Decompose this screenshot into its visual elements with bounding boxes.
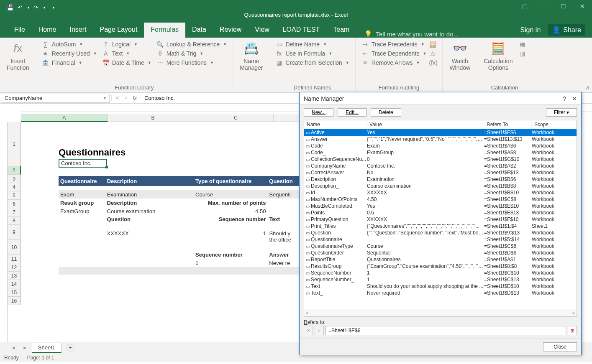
redo-icon[interactable]: ↷: [32, 3, 40, 12]
row-header[interactable]: 7: [8, 208, 21, 216]
row-header[interactable]: 3: [8, 175, 21, 183]
tab-data[interactable]: Data: [185, 23, 213, 38]
name-list-item[interactable]: ▭CorrectAnswerNo=Sheet1!$F$13Workbook: [304, 169, 577, 176]
refers-accept-icon[interactable]: ✓: [315, 326, 324, 335]
name-list-item[interactable]: ▭Code_ExamGroup=Sheet1!$A$8Workbook: [304, 149, 577, 156]
dialog-close-icon[interactable]: ✕: [572, 95, 577, 102]
name-manager-button[interactable]: 📇 Name Manager: [236, 39, 266, 73]
audit-remove-arrows[interactable]: ✕Remove Arrows▼: [361, 59, 427, 66]
tab-team[interactable]: Team: [326, 23, 356, 38]
help-icon[interactable]: ?: [563, 95, 566, 102]
hscrollbar[interactable]: <>: [304, 309, 577, 316]
undo-icon[interactable]: ↶: [16, 3, 24, 12]
maximize-icon[interactable]: ☐: [554, 0, 573, 13]
range-picker-icon[interactable]: ⊞: [568, 326, 577, 335]
sign-in-link[interactable]: Sign in: [520, 26, 541, 34]
tell-me[interactable]: 💡Tell me what you want to do...: [356, 30, 459, 38]
close-button[interactable]: Close: [543, 342, 577, 351]
name-list-item[interactable]: ▭ResultsGroup{"ExamGroup","Course examin…: [304, 263, 577, 270]
tab-nav-prev[interactable]: ◄: [8, 345, 18, 351]
name-list-item[interactable]: ▭Text_Never required=Sheet1!$D$13Workboo…: [304, 290, 577, 296]
func-recently-used[interactable]: ★Recently Used▼: [42, 50, 97, 57]
tab-formulas[interactable]: Formulas: [144, 23, 185, 38]
watch-window-button[interactable]: 👓 Watch Window: [446, 39, 474, 73]
name-list-item[interactable]: ▭QuestionOrderSequential=Sheet1!$D$6Work…: [304, 249, 577, 256]
func-logical[interactable]: ?Logical▼: [102, 41, 151, 48]
calc-sheet-button[interactable]: ▥: [518, 50, 526, 57]
row-header[interactable]: 13: [8, 272, 21, 280]
func-autosum[interactable]: ∑AutoSum▼: [42, 41, 97, 48]
sheet-tab[interactable]: Sheet1: [32, 343, 62, 353]
row-header[interactable]: 12: [8, 263, 21, 272]
func-text[interactable]: AText▼: [102, 50, 151, 57]
selected-cell[interactable]: Contoso Inc.: [59, 159, 107, 168]
name-list-item[interactable]: ▭SequenceNumber1=Sheet1!$C$10Workbook: [304, 270, 577, 276]
name-list-item[interactable]: ▭Print_Titles{"Questionnaires","","","",…: [304, 223, 577, 229]
save-icon[interactable]: 💾: [6, 3, 14, 12]
col-header[interactable]: A: [21, 114, 108, 122]
tab-page-layout[interactable]: Page Layout: [93, 23, 144, 38]
share-button[interactable]: 👤Share: [548, 24, 585, 36]
tab-review[interactable]: Review: [213, 23, 248, 38]
name-list-item[interactable]: ▭IdXXXXXX=Sheet1!$B$10Workbook: [304, 189, 577, 196]
audit-trace-dependents[interactable]: ⇠Trace Dependents▼: [361, 50, 427, 57]
fx-icon[interactable]: fx: [133, 95, 137, 101]
name-list-item[interactable]: ▭CollectionSequenceNu...0=Sheet1!$G$10Wo…: [304, 156, 577, 163]
col-header[interactable]: C: [198, 114, 274, 122]
minimize-icon[interactable]: —: [534, 0, 554, 13]
calculation-options-button[interactable]: 🧮 Calculation Options: [480, 39, 516, 73]
row-header[interactable]: 8: [8, 216, 21, 225]
new-button[interactable]: New...: [304, 108, 333, 117]
redo-dropdown[interactable]: ▼: [43, 6, 46, 10]
name-list-item[interactable]: ▭CodeExam=Sheet1!$A$6Workbook: [304, 143, 577, 149]
col-header[interactable]: B: [108, 114, 198, 122]
tab-load-test[interactable]: LOAD TEST: [276, 23, 327, 38]
row-header[interactable]: 5: [8, 191, 21, 200]
insert-function-button[interactable]: fx Insert Function: [3, 39, 33, 73]
name-list-item[interactable]: ▭Answer{"","","1","Never required","0.5"…: [304, 136, 577, 143]
collapse-ribbon-icon[interactable]: ᐱ: [586, 85, 589, 91]
defname-define-name[interactable]: ▭Define Name▼: [275, 41, 349, 48]
name-list-item[interactable]: ▭MustBeCompletedYes=Sheet1!$E$10Workbook: [304, 203, 577, 209]
defname-use-in-formula[interactable]: fxUse in Formula▼: [275, 50, 349, 57]
audit-side[interactable]: 🧮: [429, 41, 436, 48]
calc-now-button[interactable]: ▦: [518, 41, 526, 48]
undo-dropdown[interactable]: ▼: [27, 6, 30, 10]
cancel-formula-icon[interactable]: ✕: [115, 95, 120, 101]
enter-formula-icon[interactable]: ✓: [124, 95, 128, 101]
row-header[interactable]: 16: [8, 297, 21, 305]
row-header[interactable]: 1: [8, 122, 21, 166]
tab-insert[interactable]: Insert: [63, 23, 93, 38]
tab-file[interactable]: File: [8, 23, 32, 38]
func-math-trig[interactable]: θMath & Trig▼: [156, 50, 227, 57]
func-more-functions[interactable]: ⋯More Functions▼: [156, 59, 227, 66]
row-header[interactable]: 4: [8, 183, 21, 191]
name-list-item[interactable]: ▭Question{"","Question","Sequence number…: [304, 229, 577, 236]
func-financial[interactable]: 🏦Financial▼: [42, 59, 97, 66]
name-list-item[interactable]: ▭Description_Course examination=Sheet1!$…: [304, 183, 577, 189]
name-list-item[interactable]: ▭CompanyNameContoso Inc.=Sheet1!$A$2Work…: [304, 163, 577, 169]
audit-trace-precedents[interactable]: ⇢Trace Precedents▼: [361, 41, 427, 48]
tab-home[interactable]: Home: [32, 23, 63, 38]
row-header[interactable]: 6: [8, 200, 21, 208]
ribbon-display-icon[interactable]: ▢: [515, 0, 534, 13]
defname-create-from-selection[interactable]: ▦Create from Selection▼: [275, 59, 349, 66]
chevron-down-icon[interactable]: ▼: [103, 96, 107, 100]
name-list-item[interactable]: ▭Points0.5=Sheet1!$E$13Workbook: [304, 209, 577, 216]
func-date-time[interactable]: 📅Date & Time▼: [102, 59, 151, 66]
edit-button[interactable]: Edit...: [338, 108, 366, 117]
tab-view[interactable]: View: [248, 23, 276, 38]
row-header[interactable]: 10: [8, 240, 21, 255]
name-list-item[interactable]: ▭DescriptionExamination=Sheet1!$B$6Workb…: [304, 176, 577, 183]
add-sheet-button[interactable]: +: [67, 344, 74, 351]
name-list-item[interactable]: ▭TextShould you do your school supply sh…: [304, 283, 577, 290]
audit-side[interactable]: ⚠: [429, 50, 436, 57]
row-header[interactable]: 11: [8, 255, 21, 263]
name-list-item[interactable]: ▭SequenceNumber_1=Sheet1!$C$13Workbook: [304, 276, 577, 283]
name-list-item[interactable]: ▭ActiveYes=Sheet1!$E$6Workbook: [304, 129, 577, 136]
close-icon[interactable]: ✕: [573, 0, 592, 13]
audit-side[interactable]: (fx): [429, 59, 436, 66]
name-box[interactable]: CompanyName▼: [2, 94, 110, 103]
name-list-item[interactable]: ▭QuestionnaireTypeCourse=Sheet1!$C$6Work…: [304, 243, 577, 249]
row-header[interactable]: 2: [8, 166, 21, 175]
